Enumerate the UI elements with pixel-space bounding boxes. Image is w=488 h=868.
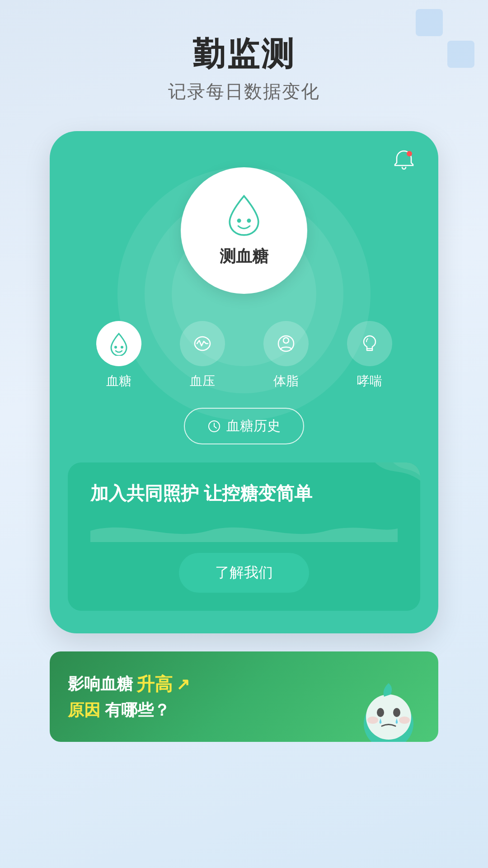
learn-more-button[interactable]: 了解我们 bbox=[179, 553, 309, 593]
svg-point-1 bbox=[237, 218, 241, 222]
banner-suffix2: 有哪些？ bbox=[105, 701, 170, 719]
history-button-label: 血糖历史 bbox=[226, 417, 281, 435]
svg-point-12 bbox=[367, 717, 378, 724]
svg-point-3 bbox=[114, 346, 117, 349]
promo-card: 加入共同照护 让控糖变简单 了解我们 bbox=[68, 462, 420, 611]
banner-section: 影响血糖 升高 ↗ 原因 有哪些？ bbox=[50, 651, 438, 742]
blood-sugar-icon-circle bbox=[96, 321, 141, 366]
center-button-label: 测血糖 bbox=[220, 245, 268, 268]
banner-prefix1: 影响血糖 bbox=[68, 673, 133, 695]
banner-highlight: 升高 bbox=[136, 672, 173, 697]
svg-point-11 bbox=[393, 708, 400, 717]
decorative-squares bbox=[416, 9, 474, 68]
main-title: 勤监测 bbox=[168, 36, 320, 72]
svg-point-4 bbox=[121, 346, 123, 349]
svg-point-6 bbox=[283, 338, 289, 343]
clock-icon bbox=[207, 420, 221, 433]
banner-mascot bbox=[352, 670, 425, 742]
body-fat-icon bbox=[274, 331, 298, 356]
asthma-icon-circle bbox=[347, 321, 392, 366]
sub-title: 记录每日数据变化 bbox=[168, 79, 320, 104]
center-circle[interactable]: 测血糖 bbox=[181, 167, 307, 294]
promo-wave-deco bbox=[330, 462, 420, 517]
blood-pressure-label: 血压 bbox=[190, 373, 215, 390]
blood-sugar-label: 血糖 bbox=[106, 373, 131, 390]
body-fat-label: 体脂 bbox=[273, 373, 299, 390]
svg-point-2 bbox=[247, 218, 251, 222]
blood-pressure-icon-circle bbox=[180, 321, 225, 366]
banner-prefix2: 原因 bbox=[68, 701, 100, 719]
center-button[interactable]: 测血糖 bbox=[68, 167, 420, 294]
header-section: 勤监测 记录每日数据变化 bbox=[168, 36, 320, 104]
icon-item-body-fat[interactable]: 体脂 bbox=[263, 321, 309, 390]
history-button-wrap[interactable]: 血糖历史 bbox=[68, 408, 420, 444]
blood-pressure-icon bbox=[190, 331, 215, 356]
icons-row: 血糖 血压 体脂 bbox=[68, 321, 420, 390]
promo-wave bbox=[90, 519, 398, 542]
svg-point-10 bbox=[377, 708, 384, 717]
blood-sugar-icon bbox=[107, 331, 131, 356]
icon-item-asthma[interactable]: 哮喘 bbox=[347, 321, 392, 390]
banner-arrow-icon: ↗ bbox=[176, 675, 190, 694]
history-button[interactable]: 血糖历史 bbox=[184, 408, 304, 444]
icon-item-blood-pressure[interactable]: 血压 bbox=[180, 321, 225, 390]
body-fat-icon-circle bbox=[263, 321, 309, 366]
svg-point-0 bbox=[407, 151, 412, 156]
drop-mascot-icon bbox=[221, 194, 267, 239]
asthma-label: 哮喘 bbox=[357, 373, 382, 390]
icon-item-blood-sugar[interactable]: 血糖 bbox=[96, 321, 141, 390]
asthma-icon bbox=[357, 331, 382, 356]
phone-card: 测血糖 血糖 血压 bbox=[50, 131, 438, 633]
svg-point-13 bbox=[399, 717, 410, 724]
